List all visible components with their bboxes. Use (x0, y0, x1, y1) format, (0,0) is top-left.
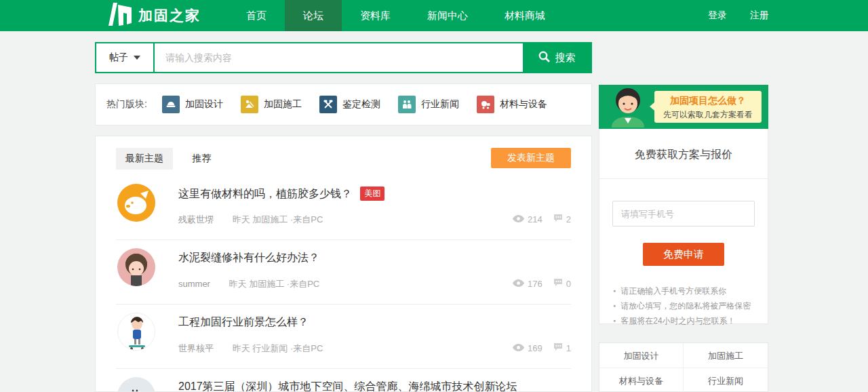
nav-item-forum[interactable]: 论坛 (285, 0, 342, 31)
new-topic-button[interactable]: 发表新主题 (491, 148, 571, 168)
post-title[interactable]: 2017第三届（深圳）城市地下空间、综合管廊、海绵城市技术创新论坛 (178, 380, 517, 392)
post-author[interactable]: 世界核平 (178, 343, 214, 353)
mixer-truck-icon (477, 96, 494, 113)
sidebar-link-news[interactable]: 行业新闻 (684, 368, 768, 392)
hot-section-label: 加固设计 (185, 98, 223, 111)
sidebar-link-design[interactable]: 加固设计 (599, 343, 684, 368)
hot-sections: 热门版块: 加固设计 加固施工 鉴定检测 行业新闻 (95, 83, 592, 125)
hot-section-label: 材料与设备 (500, 98, 547, 111)
post-row: 水泥裂缝修补有什么好办法？ summer 昨天 加固施工 ·来自PC 176 0 (116, 240, 571, 305)
search-bar: 帖子 搜索 (95, 42, 592, 73)
comments-icon (553, 342, 563, 353)
hot-section-inspection[interactable]: 鉴定检测 (319, 96, 380, 113)
brand-logo-icon (104, 3, 132, 28)
post-title[interactable]: 水泥裂缝修补有什么好办法？ (178, 252, 319, 263)
brand-name: 加固之家 (138, 6, 201, 25)
form-note: 请放心填写，您的隐私将被严格保密 (613, 298, 768, 313)
search-button-label: 搜索 (555, 52, 576, 64)
post-time: 昨天 (233, 214, 250, 224)
post-meta: summer 昨天 加固施工 ·来自PC (178, 278, 319, 290)
hot-section-industry-news[interactable]: 行业新闻 (398, 96, 459, 113)
hot-section-label: 加固施工 (264, 98, 302, 111)
tab-latest-topics[interactable]: 最新主题 (116, 148, 173, 170)
comments-icon (553, 214, 563, 224)
avatar[interactable] (117, 313, 155, 351)
forum-tabs: 最新主题 推荐 发表新主题 (96, 136, 591, 169)
post-stats: 176 0 (513, 278, 571, 289)
login-link[interactable]: 登录 (708, 9, 727, 22)
post-category[interactable]: 加固施工 (252, 214, 288, 224)
post-category[interactable]: 行业新闻 (252, 343, 288, 353)
views-icon (513, 343, 524, 353)
post-badge: 美图 (360, 187, 384, 201)
post-meta: 世界核平 昨天 行业新闻 ·来自PC (178, 342, 323, 355)
views-count: 169 (528, 343, 542, 353)
comments-count: 2 (566, 214, 571, 224)
sidebar-link-construction[interactable]: 加固施工 (684, 343, 768, 368)
top-nav: 加固之家 首页 论坛 资料库 新闻中心 材料商城 登录 注册 (0, 0, 868, 31)
hot-section-materials[interactable]: 材料与设备 (477, 96, 547, 113)
avatar[interactable] (117, 184, 155, 222)
post-time: 昨天 (233, 343, 250, 353)
search-category-value: 帖子 (109, 52, 128, 64)
register-link[interactable]: 注册 (750, 9, 769, 22)
sidebar-link-materials[interactable]: 材料与设备 (599, 368, 684, 392)
post-row: 工程加固行业前景怎么样？ 世界核平 昨天 行业新闻 ·来自PC 169 1 (116, 305, 571, 369)
views-icon (513, 279, 524, 289)
post-title[interactable]: 工程加固行业前景怎么样？ (178, 316, 309, 328)
avatar[interactable] (117, 377, 155, 392)
hot-sections-label: 热门版块: (106, 98, 147, 111)
post-source: ·来自PC (290, 343, 323, 353)
post-list: 这里有做材料的吗，植筋胶多少钱？ 美图 残蔌世堺 昨天 加固施工 ·来自PC 2… (96, 176, 591, 392)
worker-icon (241, 96, 258, 113)
helmet-icon (162, 96, 180, 113)
post-author[interactable]: 残蔌世堺 (178, 214, 214, 224)
hot-section-design[interactable]: 加固设计 (162, 96, 223, 113)
form-notes: 请正确输入手机号方便联系你 请放心填写，您的隐私将被严格保密 客服将在24小时之… (613, 283, 768, 328)
tab-recommended[interactable]: 推荐 (182, 148, 220, 170)
search-category-dropdown[interactable]: 帖子 (96, 43, 155, 72)
sidebar-link-grid: 加固设计 加固施工 材料与设备 行业新闻 (599, 342, 768, 392)
avatar[interactable] (117, 248, 155, 286)
views-icon (513, 214, 524, 224)
hot-section-label: 行业新闻 (421, 98, 459, 111)
comments-icon (553, 278, 563, 289)
post-author[interactable]: summer (178, 279, 210, 289)
banner-speech-bubble: 加固项目怎么做？ 先可以索取几套方案看看 (654, 91, 762, 123)
search-icon (538, 51, 550, 64)
page: 加固之家 首页 论坛 资料库 新闻中心 材料商城 登录 注册 帖子 (0, 0, 868, 392)
quote-form-title: 免费获取方案与报价 (599, 129, 768, 178)
post-title[interactable]: 这里有做材料的吗，植筋胶多少钱？ (178, 188, 352, 199)
search-input[interactable] (155, 43, 523, 72)
comments-count: 1 (566, 343, 571, 353)
form-note: 客服将在24小时之内与您联系！ (613, 313, 768, 328)
post-row: 2017第三届（深圳）城市地下空间、综合管廊、海绵城市技术创新论坛 (116, 369, 571, 392)
nav-item-news[interactable]: 新闻中心 (409, 0, 486, 31)
views-count: 176 (528, 279, 542, 289)
search-button[interactable]: 搜索 (523, 43, 591, 72)
banner-subtitle: 先可以索取几套方案看看 (654, 109, 762, 121)
phone-input[interactable] (612, 201, 755, 227)
free-apply-button[interactable]: 免费申请 (643, 243, 724, 266)
hot-section-construction[interactable]: 加固施工 (241, 96, 302, 113)
post-source: ·来自PC (287, 279, 319, 289)
people-icon (398, 96, 416, 113)
comments-count: 0 (566, 279, 571, 289)
crossed-hammers-icon (319, 96, 337, 113)
forum-panel: 最新主题 推荐 发表新主题 这里有做材料的吗，植筋胶多少钱？ 美图 (95, 136, 592, 392)
post-source: ·来自PC (290, 214, 323, 224)
banner-title: 加固项目怎么做？ (654, 95, 762, 107)
chevron-down-icon (134, 56, 140, 60)
post-stats: 169 1 (513, 342, 571, 353)
post-meta: 残蔌世堺 昨天 加固施工 ·来自PC (178, 214, 323, 226)
nav-item-mall[interactable]: 材料商城 (486, 0, 564, 31)
nav-item-home[interactable]: 首页 (228, 0, 285, 31)
post-row: 这里有做材料的吗，植筋胶多少钱？ 美图 残蔌世堺 昨天 加固施工 ·来自PC 2… (116, 176, 571, 240)
hot-section-label: 鉴定检测 (342, 98, 380, 111)
brand-logo[interactable]: 加固之家 (104, 3, 201, 28)
post-category[interactable]: 加固施工 (249, 279, 284, 289)
form-note: 请正确输入手机号方便联系你 (613, 283, 768, 298)
nav-item-library[interactable]: 资料库 (342, 0, 409, 31)
views-count: 214 (528, 214, 542, 224)
sidebar-banner[interactable]: 加固项目怎么做？ 先可以索取几套方案看看 (599, 85, 768, 129)
